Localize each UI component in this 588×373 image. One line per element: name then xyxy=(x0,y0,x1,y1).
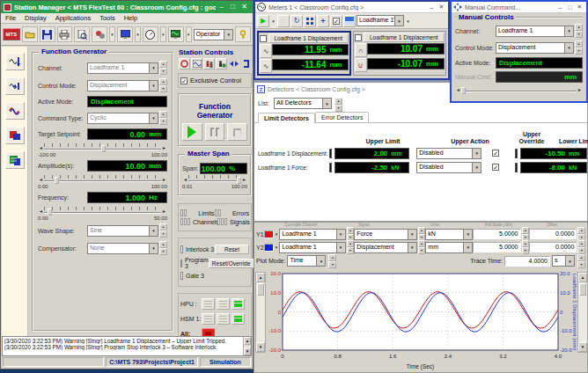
open-button[interactable] xyxy=(22,26,38,42)
operators-icon[interactable] xyxy=(203,58,215,69)
program-icon[interactable] xyxy=(191,58,202,69)
manual-command-titlebar[interactable]: Manual Command... – □ ✕ xyxy=(452,2,586,13)
stop-button[interactable] xyxy=(227,123,247,141)
save-button[interactable] xyxy=(40,26,55,42)
add-meter-icon[interactable]: + xyxy=(317,15,329,27)
plot-mode-select[interactable]: Time▾ xyxy=(287,255,326,267)
bracket-icon[interactable] xyxy=(240,58,252,69)
station-manager-titlebar[interactable]: Station Manager < MTS FlexTest 60 : Clas… xyxy=(1,1,253,13)
upper-override-checkbox[interactable]: ✓ xyxy=(492,150,499,157)
meters-channel-select[interactable]: Loadframe 1"▾ xyxy=(356,15,404,26)
layout-grid-icon[interactable] xyxy=(304,15,316,27)
slider-handle[interactable] xyxy=(237,177,241,184)
chevron-down-icon[interactable]: ▾ xyxy=(274,231,280,237)
upper-action-select[interactable]: Disabled▾ xyxy=(416,148,481,159)
menu-display[interactable]: Display xyxy=(20,14,51,22)
y1-signal-spinner[interactable]: ▴▾ xyxy=(418,227,426,241)
upper-action-select[interactable]: Disabled▾ xyxy=(416,162,481,173)
meter-select-checkbox[interactable] xyxy=(355,34,362,41)
scope-icon[interactable] xyxy=(5,102,25,120)
compensator-spinner[interactable]: ▴▾ xyxy=(159,241,167,255)
master-span-slider[interactable]: ◄ ► xyxy=(182,175,247,184)
y2-offset-spinner[interactable]: ▴▾ xyxy=(577,240,585,254)
display-style-icon[interactable] xyxy=(343,15,356,27)
hold-button[interactable] xyxy=(205,123,225,141)
minimize-icon[interactable]: – xyxy=(427,4,437,11)
menu-help[interactable]: Help xyxy=(120,14,142,22)
right-scale-scrollbar[interactable]: ▴▾ xyxy=(577,272,588,353)
close-icon[interactable]: ✕ xyxy=(437,4,446,11)
select-meters-icon[interactable]: ✓ xyxy=(330,15,342,27)
y1-scale-spinner[interactable]: ▴▾ xyxy=(522,227,530,241)
meters-tool-dropdown-icon[interactable]: ▾ xyxy=(160,26,166,42)
command-type-select[interactable]: Cyclic▾ xyxy=(87,113,158,124)
menu-tools[interactable]: Tools xyxy=(95,14,120,22)
chevron-down-icon[interactable]: ▾ xyxy=(224,30,232,40)
left-scale-scrollbar[interactable]: ▴▾ xyxy=(255,272,266,353)
compensator-select[interactable]: None▾ xyxy=(87,243,158,254)
log-scrollbar[interactable]: ▴▾ xyxy=(243,337,251,355)
manual-command-icon[interactable] xyxy=(5,77,25,95)
hpu-low-button[interactable] xyxy=(217,298,230,310)
transfer-arrows-icon[interactable] xyxy=(228,58,239,69)
scope-tool-button[interactable] xyxy=(168,26,184,42)
meter-signal-button[interactable]: Loadframe 1 Displacement xyxy=(364,33,445,42)
run-button[interactable] xyxy=(182,123,202,141)
station-setup-dropdown-icon[interactable]: ▾ xyxy=(109,26,115,42)
y1-color-swatch[interactable] xyxy=(264,230,274,238)
minimize-icon[interactable]: – xyxy=(216,2,227,12)
y1-scale-input[interactable]: 5.0000 xyxy=(473,229,520,239)
y1-offset-spinner[interactable]: ▴▾ xyxy=(577,227,585,241)
hpu-high-button[interactable] xyxy=(232,298,245,310)
wave-shape-select[interactable]: Sine▾ xyxy=(87,225,158,237)
y2-unit-select[interactable]: mm▾ xyxy=(425,242,473,253)
maximize-icon[interactable]: □ xyxy=(227,2,239,12)
menu-file[interactable]: File xyxy=(1,14,20,22)
y2-channel-select[interactable]: Loadframe 1▾ xyxy=(279,242,345,253)
y2-signal-spinner[interactable]: ▴▾ xyxy=(418,240,426,254)
exclusive-control-checkbox[interactable]: ✓ xyxy=(180,77,187,84)
y2-channel-spinner[interactable]: ▴▾ xyxy=(347,240,355,254)
meters-hold-button[interactable]: ▢ xyxy=(277,15,290,27)
control-mode-spinner[interactable]: ▴▾ xyxy=(575,40,583,55)
meters-run-button[interactable]: ▶ xyxy=(257,15,269,27)
scope-tool-dropdown-icon[interactable]: ▾ xyxy=(186,26,192,42)
slider-handle[interactable] xyxy=(101,145,106,152)
station-setup-button[interactable] xyxy=(92,26,107,42)
amplitude-slider[interactable]: ◄ ► xyxy=(38,175,167,184)
reset-button[interactable]: Reset xyxy=(215,245,249,254)
channel-spinner[interactable]: ▴▾ xyxy=(575,24,583,38)
tab-limit-detectors[interactable]: Limit Detectors xyxy=(258,113,315,123)
command-type-spinner[interactable]: ▴▾ xyxy=(159,111,167,125)
close-icon[interactable]: ✕ xyxy=(239,2,250,12)
reset-station-icon[interactable] xyxy=(179,58,190,69)
channel-select[interactable]: Loadframe 1▾ xyxy=(87,62,158,74)
detector-list-spinner[interactable]: ▴▾ xyxy=(334,98,342,109)
trace-time-unit-select[interactable]: s▾ xyxy=(552,255,575,267)
operator-settings-icon[interactable] xyxy=(216,58,227,69)
reset-meters-icon[interactable]: ↻ xyxy=(290,15,303,27)
run-dropdown-icon[interactable]: ▾ xyxy=(270,18,276,24)
meter-select-checkbox[interactable] xyxy=(260,35,267,42)
control-mode-select[interactable]: Displacement▾ xyxy=(496,42,574,54)
channel-extra-dropdown-icon[interactable]: ▾ xyxy=(405,18,411,24)
running-max-icon[interactable]: ∿ xyxy=(260,44,272,58)
meters-titlebar[interactable]: Meters 1 < Classroom Config.cfg > – ✕ xyxy=(255,2,448,13)
maximize-icon[interactable]: □ xyxy=(565,4,575,11)
detector-list-select[interactable]: All Detectors▾ xyxy=(274,98,332,109)
hsm1-high-button[interactable] xyxy=(232,313,245,325)
y2-signal-select[interactable]: Displacement▾ xyxy=(354,242,416,253)
wave-shape-spinner[interactable]: ▴▾ xyxy=(159,223,167,238)
trace-time-spinner[interactable]: ▴▾ xyxy=(577,254,585,268)
plot-mode-spinner[interactable]: ▴▾ xyxy=(328,254,336,268)
chevron-down-icon[interactable]: ▾ xyxy=(274,245,280,250)
display-windows-dropdown-icon[interactable]: ▾ xyxy=(135,26,141,42)
print-preview-button[interactable] xyxy=(74,26,90,42)
display-windows-button[interactable] xyxy=(117,26,133,42)
function-generator-icon[interactable] xyxy=(5,53,25,70)
channel-spinner[interactable]: ▴▾ xyxy=(159,61,167,75)
y1-channel-select[interactable]: Loadframe 1▾ xyxy=(279,229,345,240)
y2-scale-input[interactable]: 5.0000 xyxy=(473,242,520,252)
meters-icon[interactable] xyxy=(5,151,25,169)
close-icon[interactable]: ✕ xyxy=(575,4,584,11)
